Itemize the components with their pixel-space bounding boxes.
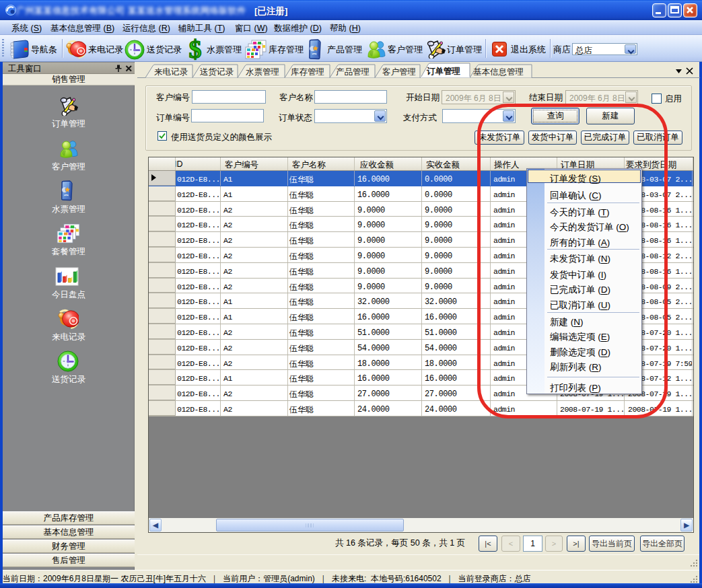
- svg-text:$: $: [189, 38, 202, 61]
